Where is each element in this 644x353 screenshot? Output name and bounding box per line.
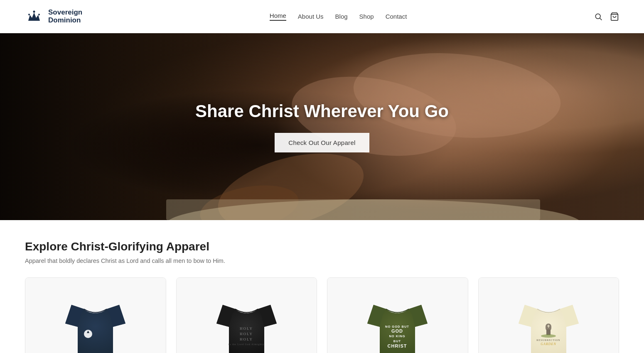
svg-point-3	[38, 14, 40, 15]
search-button[interactable]	[594, 12, 602, 21]
cart-icon	[610, 12, 619, 21]
tshirt-navy-svg	[63, 286, 128, 353]
svg-point-4	[595, 14, 600, 19]
svg-text:is the Lord God Almighty: is the Lord God Almighty	[229, 343, 264, 346]
products-grid: HOLY HOLY HOLY is the Lord God Almighty	[25, 277, 619, 353]
svg-text:BUT: BUT	[393, 339, 401, 343]
svg-text:HOLY: HOLY	[240, 326, 253, 331]
svg-text:CHRIST: CHRIST	[388, 343, 407, 348]
product-card-3[interactable]: NO GOD BUT GOD NO KING BUT CHRIST	[327, 277, 468, 353]
nav-shop[interactable]: Shop	[359, 13, 374, 20]
svg-point-15	[166, 199, 582, 220]
svg-text:NO KING: NO KING	[389, 334, 406, 338]
product-card-4[interactable]: RESURRECTION GARDEN	[478, 277, 619, 353]
cart-button[interactable]	[610, 12, 619, 21]
svg-text:NO GOD BUT: NO GOD BUT	[385, 325, 409, 328]
svg-text:HOLY: HOLY	[240, 337, 253, 341]
hero-title: Share Christ Wherever You Go	[195, 101, 449, 121]
svg-point-1	[33, 10, 35, 12]
brand-name: Sovereign Dominion	[48, 9, 82, 24]
product-card-1[interactable]	[25, 277, 166, 353]
product-image-4: RESURRECTION GARDEN	[479, 278, 619, 353]
svg-point-2	[28, 14, 30, 15]
svg-rect-16	[166, 199, 540, 220]
svg-rect-29	[546, 329, 551, 335]
search-icon	[594, 12, 602, 21]
brand-logo-icon	[25, 7, 43, 26]
svg-text:GOD: GOD	[391, 328, 403, 333]
header-actions	[594, 12, 619, 21]
product-image-3: NO GOD BUT GOD NO KING BUT CHRIST	[327, 278, 468, 353]
nav-blog[interactable]: Blog	[335, 13, 348, 20]
section-subtitle: Apparel that boldly declares Christ as L…	[25, 257, 619, 264]
svg-point-32	[541, 334, 556, 338]
hero-section: Share Christ Wherever You Go Check Out O…	[0, 33, 644, 220]
section-title: Explore Christ-Glorifying Apparel	[25, 240, 619, 253]
logo-area: Sovereign Dominion	[25, 7, 82, 26]
svg-text:RESURRECTION: RESURRECTION	[536, 339, 560, 341]
tshirt-black-svg: HOLY HOLY HOLY is the Lord God Almighty	[214, 286, 279, 353]
svg-marker-0	[28, 12, 40, 21]
hero-content: Share Christ Wherever You Go Check Out O…	[195, 101, 449, 152]
main-nav: Home About Us Blog Shop Contact	[270, 12, 407, 21]
svg-text:GARDEN: GARDEN	[541, 342, 556, 346]
product-card-2[interactable]: HOLY HOLY HOLY is the Lord God Almighty	[176, 277, 317, 353]
product-image-1	[25, 278, 166, 353]
svg-line-5	[600, 18, 602, 20]
product-image-2: HOLY HOLY HOLY is the Lord God Almighty	[177, 278, 317, 353]
nav-home[interactable]: Home	[270, 12, 286, 21]
nav-about[interactable]: About Us	[298, 13, 324, 20]
nav-contact[interactable]: Contact	[386, 13, 407, 20]
tshirt-cream-svg: RESURRECTION GARDEN	[516, 286, 581, 353]
tshirt-olive-svg: NO GOD BUT GOD NO KING BUT CHRIST	[365, 286, 430, 353]
svg-point-12	[197, 179, 302, 220]
hero-cta-button[interactable]: Check Out Our Apparel	[275, 133, 369, 152]
svg-text:HOLY: HOLY	[240, 332, 253, 336]
products-section: Explore Christ-Glorifying Apparel Appare…	[0, 220, 644, 353]
site-header: Sovereign Dominion Home About Us Blog Sh…	[0, 0, 644, 33]
